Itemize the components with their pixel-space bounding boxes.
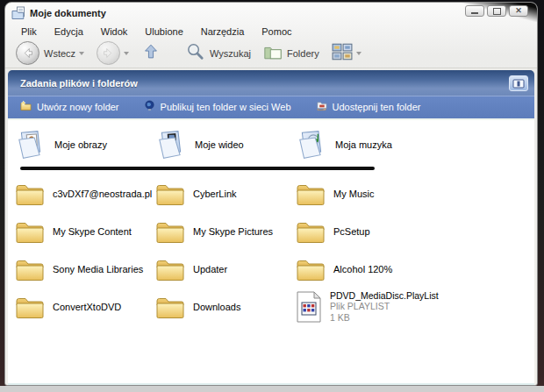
menu-bar: Plik Edycja Widok Ulubione Narzędzia Pom… [5,24,537,39]
folder-item[interactable]: My Skype Content [15,212,155,250]
folder-item[interactable]: ConvertXtoDVD [15,288,155,325]
tile-label: c3vDXf7@neostrada.pl [53,189,152,199]
tile-label: My Skype Pictures [193,226,273,237]
task-create-folder[interactable]: Utwórz nowy folder [20,99,119,115]
folder-icon [155,256,185,282]
special-folders-row: Moje obrazy Moje wideo [8,125,534,164]
menu-pomoc[interactable]: Pomoc [253,26,300,37]
folder-icon [296,256,326,282]
web-publish-icon [144,99,155,115]
folder-item[interactable]: PcSetup [296,212,534,250]
folder-item[interactable]: My Skype Pictures [155,212,296,250]
forward-dropdown-caret[interactable] [124,52,129,55]
new-folder-icon [20,99,32,115]
folder-icon [296,218,326,245]
folder-icon [155,294,185,320]
tile-label: PcSetup [333,226,370,237]
task-label: Udostępnij ten folder [333,102,421,112]
tile-label: My Music [333,189,374,199]
folder-icon [15,181,45,207]
playlist-file-icon [296,291,322,323]
maximize-icon [493,8,501,15]
tile-label: Updater [193,264,227,274]
tile-label: Moje obrazy [54,139,107,150]
info-panel-icon [512,79,525,89]
task-label: Utwórz nowy folder [37,102,119,112]
special-folder-videos[interactable]: Moje wideo [155,125,296,164]
tile-label: Alcohol 120% [333,264,392,274]
folder-icon [296,181,326,207]
folder-icon [15,218,45,245]
menu-narzedzia[interactable]: Narzędzia [192,26,254,37]
folder-item[interactable]: Alcohol 120% [296,250,534,288]
tile-label: My Skype Content [53,226,132,237]
folder-item[interactable]: My Music [296,175,534,212]
close-icon: ✕ [515,7,522,15]
file-meta: PDVD_MediaDisc.PlayList Plik PLAYLIST 1 … [330,290,439,324]
window-controls: ✕ [465,5,528,17]
file-name: PDVD_MediaDisc.PlayList [330,290,439,302]
file-size: 1 KB [330,312,439,324]
task-share-folder[interactable]: Udostępnij ten folder [316,99,421,115]
folders-button[interactable]: Foldery [263,42,319,65]
tile-label: Downloads [193,302,240,312]
folder-icon [155,181,185,207]
task-panel-title: Zadania plików i folderów [20,78,138,89]
folder-icon [155,218,185,245]
folder-item[interactable]: CyberLink [155,175,296,212]
separator-annotation [20,167,375,170]
back-button[interactable]: Wstecz [16,41,84,65]
special-folder-pictures[interactable]: Moje obrazy [15,125,155,164]
tile-label: Moje wideo [195,139,244,150]
folder-icon [15,256,45,282]
toolbar: Wstecz [5,39,537,68]
panel-toggle-button[interactable] [509,75,528,91]
window-title: Moje dokumenty [30,8,106,18]
magnifier-icon [185,41,205,65]
folder-item[interactable]: Sony Media Libraries [15,250,155,288]
arrow-left-circle-icon [16,41,39,65]
task-panel-header: Zadania plików i folderów [8,70,534,96]
views-dropdown-caret[interactable] [356,52,361,55]
close-button[interactable]: ✕ [509,5,528,17]
folder-item[interactable]: Downloads [155,288,296,325]
desktop-bottom-strip [0,386,544,392]
tile-label: Sony Media Libraries [53,264,143,274]
search-button[interactable]: Wyszukaj [185,41,251,65]
folder-item[interactable]: c3vDXf7@neostrada.pl [15,175,155,212]
file-item-playlist[interactable]: PDVD_MediaDisc.PlayList Plik PLAYLIST 1 … [296,288,534,325]
task-label: Publikuj ten folder w sieci Web [161,102,291,112]
back-label: Wstecz [44,48,75,59]
share-folder-icon [316,99,327,115]
folder-item[interactable]: Updater [155,250,296,288]
explorer-window: Moje dokumenty ✕ Plik Edycja Widok Ulubi… [4,2,538,386]
task-publish-web[interactable]: Publikuj ten folder w sieci Web [144,99,291,115]
folders-grid: c3vDXf7@neostrada.pl CyberLink My Music … [8,175,534,325]
maximize-button[interactable] [487,5,506,17]
tile-label: ConvertXtoDVD [53,302,121,312]
thumbnail-grid-icon [332,43,353,64]
menu-ulubione[interactable]: Ulubione [136,26,191,37]
menu-edycja[interactable]: Edycja [46,26,92,37]
menu-widok[interactable]: Widok [92,26,137,37]
menu-plik[interactable]: Plik [12,26,46,37]
folder-icon [15,294,45,320]
arrow-up-icon [141,42,161,65]
minimize-button[interactable] [465,5,484,17]
folder-pane-icon [263,42,283,65]
views-button[interactable] [332,43,361,64]
title-bar[interactable]: Moje dokumenty ✕ [5,3,537,24]
special-folder-music[interactable]: Moja muzyka [296,125,534,164]
up-button[interactable] [141,42,161,65]
minimize-icon [471,12,478,14]
forward-button[interactable] [97,41,129,65]
arrow-right-circle-icon [97,41,120,65]
my-documents-icon [11,6,25,20]
task-links-row: Utwórz nowy folder Publikuj ten folder w… [8,96,534,118]
folders-label: Foldery [287,48,319,59]
search-label: Wyszukaj [210,48,251,59]
file-type: Plik PLAYLIST [330,301,439,312]
pictures-folder-icon [15,130,47,160]
back-dropdown-caret[interactable] [79,52,84,55]
music-folder-icon [296,130,327,160]
